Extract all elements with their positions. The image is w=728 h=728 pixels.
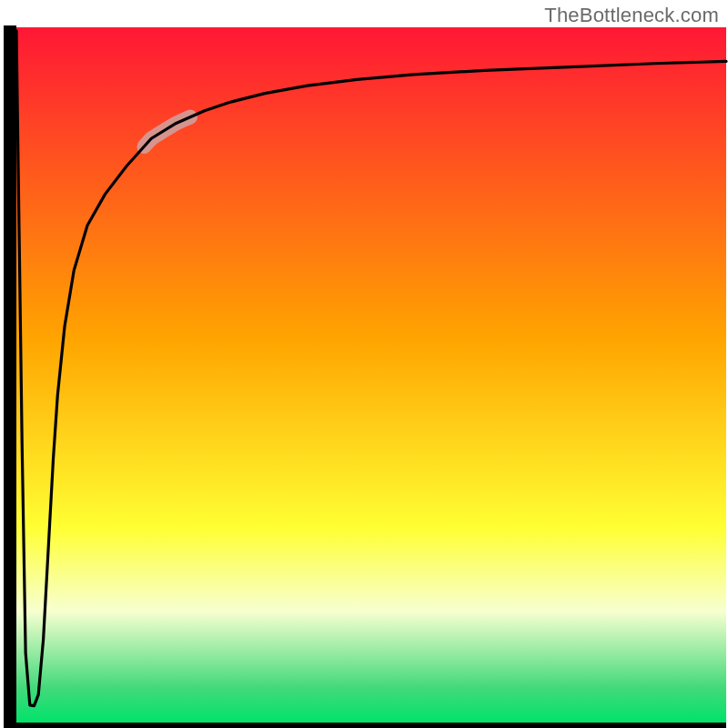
x-axis bbox=[4, 723, 726, 728]
bottleneck-chart bbox=[0, 0, 728, 728]
plot-background bbox=[16, 27, 726, 723]
y-axis bbox=[4, 25, 16, 728]
chart-container: TheBottleneck.com bbox=[0, 0, 728, 728]
